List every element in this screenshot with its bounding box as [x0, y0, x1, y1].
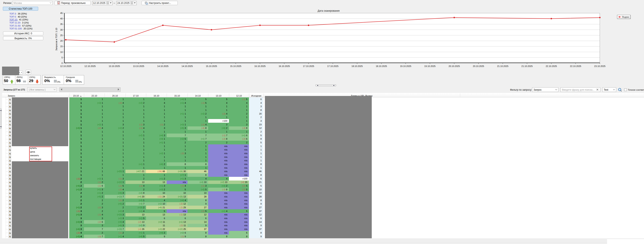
- svg-text:15.10.2025: 15.10.2025: [230, 65, 241, 68]
- svg-text:20: 20: [60, 40, 63, 42]
- svg-text:22.10.2025: 22.10.2025: [546, 65, 557, 68]
- svg-text:17.10.2025: 17.10.2025: [327, 65, 338, 68]
- svg-text:14.10.2025: 14.10.2025: [157, 65, 168, 68]
- svg-text:13.10.2025: 13.10.2025: [109, 65, 120, 68]
- svg-text:35: 35: [60, 23, 63, 25]
- svg-text:0: 0: [62, 62, 63, 64]
- svg-text:16.10.2025: 16.10.2025: [278, 65, 290, 68]
- svg-text:5: 5: [62, 56, 63, 59]
- svg-text:21.10.2025: 21.10.2025: [522, 65, 533, 68]
- svg-text:12.10.2025: 12.10.2025: [84, 65, 96, 68]
- svg-text:40: 40: [60, 17, 63, 20]
- svg-text:19.10.2025: 19.10.2025: [424, 65, 436, 68]
- svg-text:12.10.2025: 12.10.2025: [60, 65, 71, 68]
- svg-text:14.10.2025: 14.10.2025: [182, 65, 193, 68]
- svg-text:25: 25: [60, 34, 63, 36]
- svg-text:21.10.2025: 21.10.2025: [497, 65, 508, 68]
- svg-text:18.10.2025: 18.10.2025: [352, 65, 363, 68]
- svg-text:20.10.2025: 20.10.2025: [448, 65, 460, 68]
- svg-text:23.10.2025: 23.10.2025: [594, 65, 606, 68]
- svg-text:15.10.2025: 15.10.2025: [206, 65, 217, 68]
- svg-text:30: 30: [60, 28, 63, 31]
- svg-text:45: 45: [60, 12, 63, 14]
- svg-text:10: 10: [60, 51, 63, 53]
- svg-text:20.10.2025: 20.10.2025: [473, 65, 484, 68]
- svg-text:17.10.2025: 17.10.2025: [303, 65, 314, 68]
- svg-text:19.10.2025: 19.10.2025: [400, 65, 411, 68]
- svg-text:13.10.2025: 13.10.2025: [133, 65, 144, 68]
- svg-text:18.10.2025: 18.10.2025: [376, 65, 387, 68]
- svg-text:15: 15: [60, 45, 63, 48]
- svg-text:22.10.2025: 22.10.2025: [570, 65, 581, 68]
- svg-text:16.10.2025: 16.10.2025: [254, 65, 266, 68]
